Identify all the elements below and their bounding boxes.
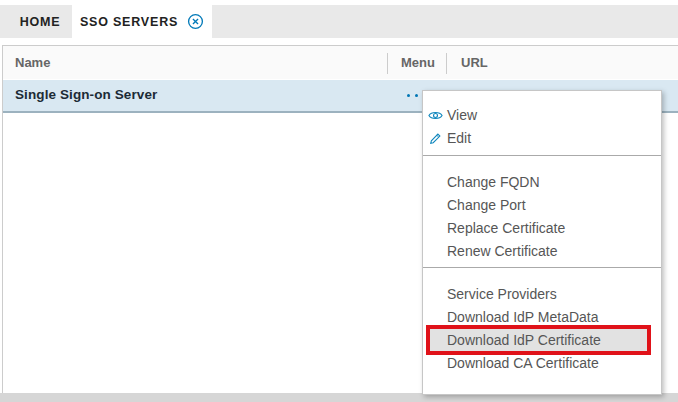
tab-sso-servers-label: SSO SERVERS — [80, 15, 178, 29]
column-divider — [387, 53, 388, 74]
menu-item-view[interactable]: View — [423, 104, 661, 127]
menu-item-label: Replace Certificate — [447, 220, 565, 236]
circle-x-icon[interactable] — [187, 13, 204, 30]
menu-item-label: Renew Certificate — [447, 243, 558, 259]
menu-item-change-fqdn[interactable]: Change FQDN — [423, 171, 661, 194]
menu-item-edit[interactable]: Edit — [423, 127, 661, 150]
menu-item-renew-certificate[interactable]: Renew Certificate — [423, 240, 661, 263]
dot — [407, 94, 410, 97]
menu-item-label: Edit — [447, 130, 471, 146]
column-header-menu[interactable]: Menu — [401, 55, 435, 70]
tab-home-label: HOME — [20, 15, 61, 29]
menu-item-label: View — [447, 107, 477, 123]
menu-divider — [423, 155, 661, 156]
column-divider — [446, 53, 447, 74]
menu-divider — [423, 267, 661, 268]
menu-item-label: Download IdP MetaData — [447, 309, 599, 325]
table-header-row: Name Menu URL — [3, 46, 678, 79]
menu-item-change-port[interactable]: Change Port — [423, 194, 661, 217]
menu-item-service-providers[interactable]: Service Providers — [423, 283, 661, 306]
pencil-icon — [428, 132, 443, 145]
menu-item-label: Download IdP Certificate — [447, 332, 601, 348]
tab-home[interactable]: HOME — [8, 5, 72, 38]
menu-item-label: Change Port — [447, 197, 526, 213]
tab-sso-servers[interactable]: SSO SERVERS — [72, 5, 212, 38]
column-header-name[interactable]: Name — [15, 55, 50, 70]
server-name-cell: Single Sign-on Server — [15, 87, 157, 102]
menu-item-replace-certificate[interactable]: Replace Certificate — [423, 217, 661, 240]
eye-icon — [428, 109, 443, 122]
menu-item-download-ca-certificate[interactable]: Download CA Certificate — [423, 352, 661, 375]
menu-item-label: Service Providers — [447, 286, 557, 302]
menu-item-label: Change FQDN — [447, 174, 540, 190]
row-context-menu: View Edit Change FQDN Change Port Replac… — [422, 90, 662, 395]
menu-item-download-idp-certificate[interactable]: Download IdP Certificate — [426, 325, 651, 355]
menu-item-label: Download CA Certificate — [447, 355, 599, 371]
app-window: HOME SSO SERVERS Name Menu URL Single Si… — [0, 0, 678, 402]
tab-bar: HOME SSO SERVERS — [0, 5, 678, 38]
dot — [415, 94, 418, 97]
column-header-url[interactable]: URL — [461, 55, 488, 70]
